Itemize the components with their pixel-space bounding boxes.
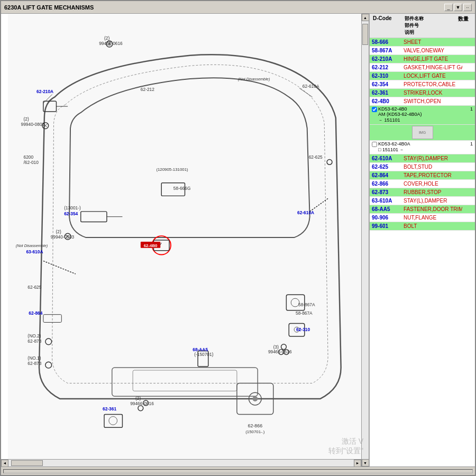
svg-text:62-310: 62-310	[296, 327, 310, 332]
svg-point-11	[252, 396, 258, 401]
svg-text:(2): (2)	[135, 396, 141, 401]
svg-text:62-210A: 62-210A	[36, 89, 53, 94]
svg-text:62-4B0: 62-4B0	[144, 243, 158, 248]
header-name: 部件名称部件号说明	[404, 15, 457, 36]
right-panel: D-Code 部件名称部件号说明 数量 58-666 SHEET 58-867A…	[369, 14, 475, 466]
svg-text:62-866: 62-866	[248, 423, 263, 428]
svg-text:62-873: 62-873	[28, 338, 41, 344]
svg-text:(2): (2)	[104, 35, 109, 41]
svg-text:(-150701): (-150701)	[194, 352, 213, 357]
bottom-bar	[1, 466, 475, 475]
main-window: 6230A LIFT GATE MECHANISMS _ ▼ ··	[0, 0, 476, 476]
part-checkbox[interactable]	[372, 142, 377, 147]
svg-text:(NO.2): (NO.2)	[28, 333, 41, 338]
part-image-row: IMG	[370, 125, 475, 141]
list-item[interactable]: 90-906 NUT,FLANGE	[370, 214, 475, 222]
svg-text:62-610A: 62-610A	[303, 84, 319, 89]
svg-text:99466-0616: 99466-0616	[99, 41, 123, 46]
svg-text:99466-0816: 99466-0816	[130, 401, 154, 406]
svg-text:99466-0616: 99466-0616	[268, 349, 292, 354]
scroll-thumb-horizontal[interactable]	[11, 460, 43, 466]
list-item[interactable]: 68-AA5 FASTENER,DOOR TRIM	[370, 205, 475, 214]
list-item[interactable]: 62-866 COVER,HOLE	[370, 180, 475, 188]
list-item[interactable]: 62-610A STAY(R),DAMPER	[370, 154, 475, 163]
list-item[interactable]: 62-361 STRIKER,LOCK	[370, 89, 475, 97]
list-item[interactable]: 62-212 GASKET,HINGE-LIFT GA	[370, 63, 475, 72]
horizontal-scrollbar[interactable]: ◄ ►	[1, 459, 361, 466]
list-item[interactable]: 62-864 TAPE,PROTECTOR	[370, 171, 475, 180]
scroll-down-button[interactable]: ▼	[362, 459, 369, 466]
list-item-sub[interactable]: KD53-62-4B0 AM (KD53-62-4B0A) － 151101 1	[370, 106, 475, 125]
minimize-button[interactable]: _	[444, 4, 453, 11]
list-item[interactable]: 62-4B0 SWITCH,OPEN	[370, 97, 475, 106]
scroll-up-button[interactable]: ▲	[362, 14, 369, 21]
svg-text:(2): (2)	[23, 116, 29, 122]
scroll-track-vertical[interactable]	[362, 21, 369, 459]
content-area: 62-866 (150701-.) 62-4B0	[1, 14, 475, 466]
svg-text:(2): (2)	[56, 229, 61, 234]
svg-text:/62-010: /62-010	[23, 160, 39, 165]
dots-button[interactable]: ··	[463, 4, 472, 11]
svg-text:63-610A: 63-610A	[26, 249, 43, 254]
list-item[interactable]: 58-867A VALVE,ONEWAY	[370, 47, 475, 55]
svg-text:(150701-.): (150701-.)	[245, 429, 265, 434]
list-item-sub[interactable]: KD53-62-4B0A □ 151101 － 1	[370, 141, 475, 154]
scroll-track-horizontal[interactable]	[8, 460, 354, 466]
list-item[interactable]: 63-610A STAY(L),DAMPER	[370, 197, 475, 205]
scroll-left-button[interactable]: ◄	[1, 460, 8, 467]
svg-text:58-867A: 58-867A	[298, 302, 315, 307]
svg-text:62-864: 62-864	[29, 310, 42, 316]
list-item[interactable]: 58-666 SHEET	[370, 38, 475, 47]
diagram-panel: 62-866 (150701-.) 62-4B0	[1, 14, 369, 466]
list-item[interactable]: 62-873 RUBBER,STOP	[370, 188, 475, 197]
svg-text:(Not Disassemble): (Not Disassemble)	[238, 77, 270, 81]
diagram-container: 62-866 (150701-.) 62-4B0	[1, 14, 369, 466]
list-item[interactable]: 99-601 BOLT	[370, 222, 475, 231]
svg-text:62-625: 62-625	[28, 285, 41, 290]
svg-text:99940-0503: 99940-0503	[51, 234, 75, 240]
svg-text:68-AA5: 68-AA5	[193, 347, 208, 352]
svg-text:62-873: 62-873	[28, 361, 41, 366]
svg-text:99940-0803: 99940-0803	[21, 122, 45, 127]
parts-panel-header: D-Code 部件名称部件号说明 数量	[370, 14, 475, 38]
title-bar-buttons: _ ▼ ··	[444, 4, 472, 11]
window-title: 6230A LIFT GATE MECHANISMS	[4, 4, 94, 11]
svg-text:62-212: 62-212	[141, 87, 154, 92]
parts-list[interactable]: 58-666 SHEET 58-867A VALVE,ONEWAY 62-210…	[370, 38, 475, 466]
svg-text:(NO.1): (NO.1)	[28, 355, 41, 361]
svg-text:62-361: 62-361	[103, 406, 116, 411]
list-item[interactable]: 62-625 BOLT,STUD	[370, 163, 475, 171]
svg-text:6200: 6200	[23, 154, 33, 160]
list-item[interactable]: 62-310 LOCK,LIFT GATE	[370, 72, 475, 80]
svg-text:(3): (3)	[273, 344, 279, 350]
svg-text:(Not Disassemble): (Not Disassemble)	[16, 243, 48, 248]
vertical-scrollbar[interactable]: ▲ ▼	[361, 14, 369, 466]
dropdown-button[interactable]: ▼	[454, 4, 462, 11]
header-dcode: D-Code	[372, 15, 404, 36]
scroll-right-button[interactable]: ►	[354, 460, 361, 467]
part-checkbox[interactable]	[372, 107, 377, 112]
svg-text:62-625: 62-625	[309, 154, 323, 160]
diagram-svg: 62-866 (150701-.) 62-4B0	[1, 14, 369, 466]
list-item[interactable]: 62-354 PROTECTOR,CABLE	[370, 80, 475, 89]
progress-bar	[3, 469, 473, 473]
svg-text:62-610A: 62-610A	[297, 210, 314, 215]
scroll-thumb-vertical[interactable]	[362, 24, 368, 45]
list-item[interactable]: 62-210A HINGE,LIFT GATE	[370, 55, 475, 63]
svg-text:(13001-): (13001-)	[64, 205, 81, 210]
svg-text:(120905-131001): (120905-131001)	[156, 167, 188, 172]
header-qty: 数量	[457, 15, 473, 36]
title-bar: 6230A LIFT GATE MECHANISMS _ ▼ ··	[1, 1, 475, 14]
svg-text:58-867A: 58-867A	[296, 310, 313, 316]
svg-text:58-666G: 58-666G	[173, 186, 191, 191]
svg-text:62-354: 62-354	[64, 211, 78, 216]
